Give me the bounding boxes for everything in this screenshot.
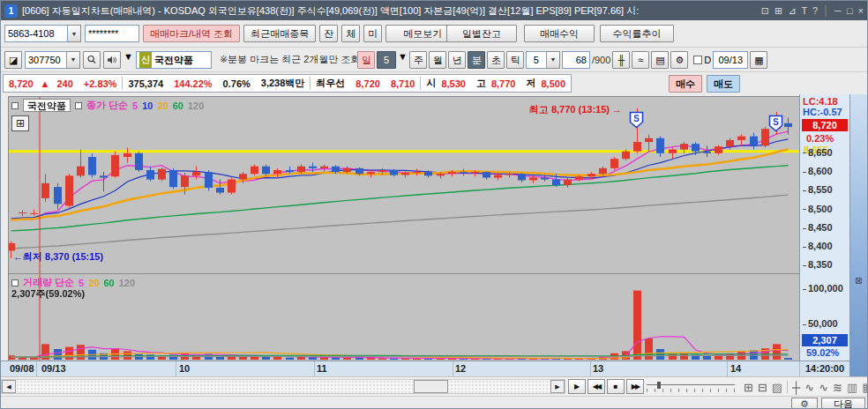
compare-icon[interactable]: ⊟ <box>758 381 767 394</box>
price-axis-tick: 8,550 <box>803 184 833 195</box>
filled-button[interactable]: 체 <box>341 25 360 42</box>
gear-icon[interactable]: ⚙ <box>791 398 818 409</box>
date-input[interactable] <box>713 51 748 69</box>
period-minute-button[interactable]: 분 <box>468 51 485 69</box>
chart-area: 국전약품종가 단순5102060120 ⊞ 최고 8,770 (13:15) →… <box>1 94 868 362</box>
unfilled-button[interactable]: 미 <box>363 25 382 42</box>
legend-volume-ma-period: 60 <box>103 278 114 288</box>
calendar-icon[interactable]: ▦ <box>750 51 767 69</box>
add-candle-icon[interactable]: ╫ <box>612 51 630 69</box>
account-select[interactable]: ▼ <box>4 25 81 42</box>
volume-ratio: 144.22% <box>168 78 217 89</box>
low-price: 8,500 <box>541 78 571 89</box>
period-month-button[interactable]: 월 <box>429 51 446 69</box>
panel-icon[interactable]: ⊡ <box>761 5 769 17</box>
scroll-left-icon[interactable]: ◀ <box>2 380 16 393</box>
grid-toggle-button[interactable]: ⊞ <box>11 115 29 131</box>
minimize-icon[interactable]: ─ <box>834 5 842 16</box>
ma-legend-checkbox[interactable] <box>75 102 82 109</box>
period-tick-button[interactable]: 틱 <box>506 51 524 69</box>
period-day-value[interactable]: 5 <box>377 51 396 69</box>
save-icon[interactable]: ▤ <box>651 51 669 69</box>
search-icon[interactable] <box>83 51 101 69</box>
close-icon[interactable]: × <box>858 5 864 16</box>
period-year-button[interactable]: 년 <box>448 51 466 69</box>
vertical-scrollbar[interactable]: ⊠ <box>849 94 868 376</box>
minute-value-select[interactable]: ▼ <box>526 51 560 69</box>
bar-count-input[interactable] <box>562 51 590 69</box>
period-second-button[interactable]: 초 <box>487 51 505 69</box>
horizontal-scrollbar[interactable]: ◀ ▶ <box>1 379 565 394</box>
current-price: 8,720 <box>4 78 39 89</box>
time-axis: 09/0809/13101112131414:20:00 <box>1 361 849 376</box>
sell-marker[interactable]: S <box>768 115 783 132</box>
account-input[interactable] <box>4 25 68 42</box>
maximize-icon[interactable]: □ <box>847 5 853 16</box>
price-axis-tick: 8,400 <box>803 241 833 251</box>
multi-wave-tool-icon[interactable]: ≋ <box>833 381 842 394</box>
area-pattern-icon[interactable]: ▨ <box>772 381 782 394</box>
trend-tool-icon[interactable]: ∿ <box>804 381 814 394</box>
rewind-icon[interactable]: ◀◀ <box>587 379 605 394</box>
turnover-rate: 0.76% <box>218 78 256 89</box>
time-axis-label: 12 <box>455 363 466 374</box>
titlebar[interactable]: 1 [0606] 자동일지차트(매매내역) - KOSDAQ 외국인보유[438… <box>1 1 867 20</box>
minute-dropdown-arrow[interactable]: ▼ <box>547 51 560 69</box>
trade-mark-query-button[interactable]: 매매마크/내역 조회 <box>143 25 240 42</box>
close-panel-icon[interactable]: ⊠ <box>855 276 862 286</box>
stop-icon[interactable]: ■ <box>607 379 625 394</box>
hc-label: HC:-0.57 <box>803 107 842 117</box>
speaker-dropdown-arrow[interactable]: ▼ <box>123 51 133 69</box>
chart-lock-icon[interactable]: ⊿ <box>788 5 796 17</box>
minute-value-input[interactable] <box>526 51 547 69</box>
wave-tool-icon[interactable]: ∿ <box>819 381 828 394</box>
fast-forward-icon[interactable]: ▶▶ <box>626 379 644 394</box>
text-size-icon[interactable]: T <box>801 5 807 16</box>
speaker-icon[interactable] <box>103 51 121 69</box>
play-icon[interactable]: ▶ <box>568 379 586 394</box>
signal-icon[interactable]: ▥ <box>847 381 857 394</box>
best-bid: 8,710 <box>385 78 421 89</box>
trade-profit-button[interactable]: 매매수익 <box>524 25 595 42</box>
daily-balance-button[interactable]: 일별잔고 <box>446 25 517 42</box>
stock-legend-checkbox[interactable] <box>11 102 19 109</box>
period-week-button[interactable]: 주 <box>409 51 427 69</box>
next-button[interactable]: 다음 <box>821 398 865 409</box>
add-trendline-icon[interactable]: ≈ <box>632 51 649 69</box>
yield-trend-button[interactable]: 수익률추이 <box>600 25 674 42</box>
d-checkbox[interactable] <box>693 56 702 64</box>
buy-button[interactable]: 매수 <box>669 75 702 93</box>
time-axis-divider <box>314 361 315 377</box>
candlestick-chart-canvas[interactable] <box>8 96 801 362</box>
legend-ma-period: 10 <box>142 100 153 111</box>
sell-button[interactable]: 매도 <box>707 75 740 93</box>
period-day-button[interactable]: 일 <box>357 51 375 69</box>
best-quote-label: 최우선 <box>311 77 350 90</box>
stock-name-field[interactable]: 신 국전약품 <box>136 51 212 69</box>
stock-code-input[interactable] <box>25 51 67 69</box>
chart-image-icon[interactable]: ▦ <box>862 381 868 394</box>
help-icon[interactable]: ? <box>812 5 818 16</box>
stock-code-select[interactable]: ▼ <box>25 51 80 69</box>
scroll-right-icon[interactable]: ▶ <box>550 380 565 393</box>
zoom-slider[interactable] <box>647 382 735 392</box>
compare-add-icon[interactable]: ⊞ <box>744 381 753 394</box>
code-dropdown-arrow[interactable]: ▼ <box>67 51 80 69</box>
recent-trades-button[interactable]: 최근매매종목 <box>243 25 316 42</box>
crosshair-tool-icon[interactable]: ┼ <box>792 381 800 394</box>
scrollbar-thumb[interactable] <box>414 380 448 393</box>
cascade-icon[interactable]: ⊞ <box>774 5 782 17</box>
price-change: 240 <box>51 78 78 89</box>
account-dropdown-arrow[interactable]: ▼ <box>68 25 81 42</box>
settings-icon[interactable]: ⚙ <box>670 51 688 69</box>
current-volume-box: 2,307 <box>802 334 848 346</box>
volume-legend-checkbox[interactable] <box>11 279 19 286</box>
slider-handle[interactable] <box>657 382 661 389</box>
sell-marker[interactable]: S <box>629 111 644 129</box>
balance-button[interactable]: 잔 <box>319 25 338 42</box>
time-axis-label: 13 <box>593 363 603 374</box>
period-dropdown-arrow[interactable]: ▼ <box>398 51 408 69</box>
panel-toggle-icon[interactable]: ◪ <box>4 51 22 69</box>
open-label: 시 <box>421 77 441 90</box>
account-password-field[interactable] <box>85 25 139 42</box>
